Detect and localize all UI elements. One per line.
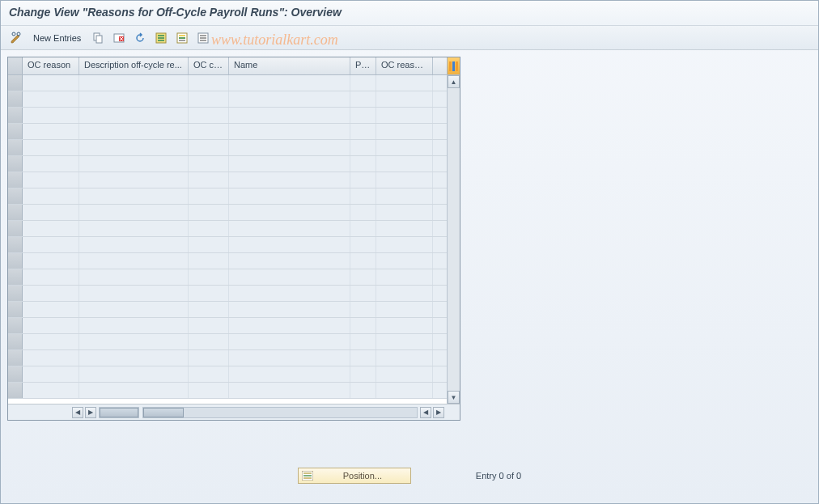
table-cell[interactable] (189, 334, 229, 349)
table-cell[interactable] (376, 286, 433, 301)
table-cell[interactable] (23, 318, 79, 333)
table-cell[interactable] (23, 140, 79, 155)
table-cell[interactable] (189, 91, 229, 107)
select-block-button[interactable] (173, 30, 191, 46)
scroll-up-button[interactable]: ▲ (448, 75, 460, 88)
table-cell[interactable] (189, 75, 229, 91)
table-cell[interactable] (79, 383, 189, 398)
table-cell[interactable] (79, 75, 189, 91)
table-config-button[interactable] (447, 57, 460, 74)
table-cell[interactable] (229, 205, 350, 220)
table-cell[interactable] (23, 205, 79, 220)
table-cell[interactable] (376, 140, 433, 155)
table-cell[interactable] (79, 221, 189, 236)
table-cell[interactable] (350, 108, 376, 123)
scroll-left-button[interactable]: ◀ (72, 407, 83, 418)
table-cell[interactable] (189, 286, 229, 301)
table-cell[interactable] (229, 172, 350, 188)
scroll-left-end-button[interactable]: ◀ (420, 407, 431, 418)
table-cell[interactable] (79, 172, 189, 188)
table-cell[interactable] (350, 188, 376, 204)
table-cell[interactable] (189, 383, 229, 398)
table-cell[interactable] (229, 237, 350, 252)
table-cell[interactable] (79, 188, 189, 204)
table-cell[interactable] (189, 253, 229, 269)
row-selector[interactable] (8, 237, 23, 252)
deselect-all-button[interactable] (194, 30, 212, 46)
copy-button[interactable] (89, 30, 107, 46)
select-all-button[interactable] (152, 30, 170, 46)
hscroll-thumb-left[interactable] (100, 408, 138, 417)
table-cell[interactable] (23, 269, 79, 285)
table-cell[interactable] (23, 75, 79, 91)
table-cell[interactable] (79, 91, 189, 107)
row-selector[interactable] (8, 188, 23, 204)
table-cell[interactable] (350, 237, 376, 252)
table-cell[interactable] (350, 140, 376, 155)
table-cell[interactable] (189, 172, 229, 188)
table-cell[interactable] (23, 156, 79, 172)
table-cell[interactable] (23, 334, 79, 349)
column-header[interactable]: OC cat. (189, 57, 229, 74)
table-cell[interactable] (229, 350, 350, 366)
column-header[interactable]: Name (229, 57, 350, 74)
table-cell[interactable] (229, 221, 350, 236)
scroll-right-button[interactable]: ▶ (85, 407, 96, 418)
hscroll-track-left[interactable] (99, 407, 139, 418)
table-cell[interactable] (350, 205, 376, 220)
column-header[interactable]: Description off-cycle re... (79, 57, 189, 74)
table-cell[interactable] (79, 269, 189, 285)
table-cell[interactable] (350, 383, 376, 398)
table-cell[interactable] (23, 188, 79, 204)
table-cell[interactable] (376, 188, 433, 204)
table-cell[interactable] (229, 318, 350, 333)
table-cell[interactable] (229, 334, 350, 349)
table-cell[interactable] (23, 237, 79, 252)
table-cell[interactable] (189, 350, 229, 366)
row-selector[interactable] (8, 350, 23, 366)
table-cell[interactable] (189, 156, 229, 172)
row-selector[interactable] (8, 269, 23, 285)
table-cell[interactable] (229, 383, 350, 398)
table-cell[interactable] (23, 302, 79, 317)
table-cell[interactable] (189, 366, 229, 382)
table-cell[interactable] (376, 350, 433, 366)
position-button[interactable]: Position... (298, 468, 411, 484)
table-cell[interactable] (229, 108, 350, 123)
table-cell[interactable] (229, 253, 350, 269)
table-cell[interactable] (376, 302, 433, 317)
scroll-down-button[interactable]: ▼ (448, 391, 460, 404)
table-cell[interactable] (23, 366, 79, 382)
row-selector[interactable] (8, 75, 23, 91)
vertical-scrollbar[interactable]: ▲ ▼ (447, 75, 460, 404)
table-cell[interactable] (376, 75, 433, 91)
column-header[interactable]: OC reason t (376, 57, 433, 74)
column-header[interactable]: Pa... (350, 57, 376, 74)
table-cell[interactable] (350, 269, 376, 285)
table-cell[interactable] (189, 237, 229, 252)
table-cell[interactable] (376, 318, 433, 333)
table-cell[interactable] (79, 140, 189, 155)
table-cell[interactable] (350, 156, 376, 172)
table-cell[interactable] (350, 172, 376, 188)
table-cell[interactable] (229, 302, 350, 317)
table-cell[interactable] (79, 237, 189, 252)
table-cell[interactable] (376, 91, 433, 107)
scroll-right-end-button[interactable]: ▶ (433, 407, 444, 418)
hscroll-track[interactable] (142, 407, 418, 418)
hscroll-thumb[interactable] (143, 408, 184, 417)
row-selector[interactable] (8, 383, 23, 398)
table-cell[interactable] (79, 302, 189, 317)
table-cell[interactable] (23, 221, 79, 236)
table-cell[interactable] (229, 91, 350, 107)
table-cell[interactable] (376, 253, 433, 269)
table-cell[interactable] (350, 318, 376, 333)
table-cell[interactable] (350, 91, 376, 107)
row-selector-header[interactable] (8, 57, 23, 74)
table-cell[interactable] (350, 75, 376, 91)
row-selector[interactable] (8, 334, 23, 349)
table-cell[interactable] (189, 205, 229, 220)
table-cell[interactable] (189, 188, 229, 204)
row-selector[interactable] (8, 221, 23, 236)
table-cell[interactable] (23, 253, 79, 269)
